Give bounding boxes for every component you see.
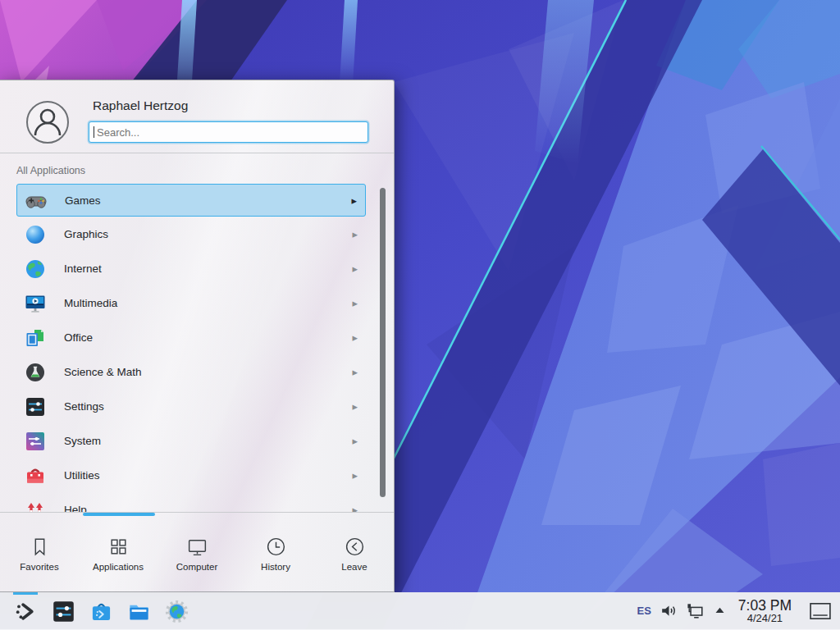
section-label: All Applications <box>16 165 85 176</box>
chevron-right-icon: ▸ <box>352 322 358 354</box>
application-launcher-menu: Raphael Hertzog All Applications <box>0 80 395 592</box>
games-icon <box>25 190 47 212</box>
utilities-icon <box>25 465 46 486</box>
office-icon <box>25 327 46 349</box>
chevron-right-icon: ▸ <box>352 459 358 492</box>
science-icon <box>25 362 46 383</box>
tab-leave[interactable]: Leave <box>315 516 394 591</box>
chevron-right-icon: ▸ <box>352 287 358 320</box>
category-label: Science & Math <box>64 356 142 389</box>
system-settings-icon <box>52 600 75 623</box>
category-label: Internet <box>64 253 102 285</box>
file-manager-icon <box>127 600 151 623</box>
volume-icon[interactable] <box>660 602 678 619</box>
settings-icon <box>25 396 46 418</box>
system-settings-task-button[interactable] <box>44 592 82 630</box>
tab-label: Computer <box>176 562 218 572</box>
launcher-tabbar: Favorites Applications C <box>0 516 394 591</box>
category-games[interactable]: Games ▸ <box>16 184 366 217</box>
tab-applications[interactable]: Applications <box>79 516 158 591</box>
applications-icon <box>107 536 130 558</box>
network-icon[interactable] <box>687 602 705 620</box>
system-icon <box>25 431 46 452</box>
clock-date: 4/24/21 <box>738 613 792 624</box>
digital-clock[interactable]: 7:03 PM 4/24/21 <box>738 598 792 624</box>
taskbar-panel: ES 7:03 <box>0 592 840 630</box>
multimedia-icon <box>25 293 46 314</box>
chevron-right-icon: ▸ <box>352 390 358 423</box>
user-icon <box>28 103 67 142</box>
category-label: Multimedia <box>64 287 117 320</box>
category-settings[interactable]: Settings ▸ <box>16 390 366 423</box>
discover-icon <box>89 600 113 623</box>
graphics-icon <box>25 224 46 245</box>
tab-favorites[interactable]: Favorites <box>0 516 79 591</box>
category-office[interactable]: Office ▸ <box>16 322 366 354</box>
desktop: Raphael Hertzog All Applications <box>0 0 840 630</box>
active-tab-indicator <box>83 513 155 516</box>
tabbar-divider <box>0 512 394 513</box>
web-browser-icon <box>165 600 189 623</box>
chevron-right-icon: ▸ <box>352 218 358 251</box>
category-multimedia[interactable]: Multimedia ▸ <box>16 287 366 320</box>
expand-tray-icon[interactable] <box>714 605 726 617</box>
tab-label: Leave <box>341 562 367 572</box>
search-input[interactable] <box>89 121 368 143</box>
show-desktop-icon <box>809 602 832 620</box>
clock-time: 7:03 PM <box>738 598 792 613</box>
category-internet[interactable]: Internet ▸ <box>16 253 366 285</box>
show-desktop-button[interactable] <box>809 602 832 620</box>
chevron-right-icon: ▸ <box>352 253 358 285</box>
help-icon <box>25 500 46 512</box>
category-utilities[interactable]: Utilities ▸ <box>16 459 366 492</box>
chevron-right-icon: ▸ <box>352 356 358 389</box>
user-avatar[interactable] <box>26 101 69 144</box>
system-tray: ES 7:03 <box>637 598 832 624</box>
category-label: Games <box>65 185 101 217</box>
category-graphics[interactable]: Graphics ▸ <box>16 218 366 251</box>
file-manager-task-button[interactable] <box>120 592 158 630</box>
category-label: Help <box>64 494 87 512</box>
kickoff-launcher-button[interactable] <box>7 592 44 630</box>
category-list: Games ▸ Graphics ▸ <box>16 184 366 512</box>
tab-label: Applications <box>93 562 144 572</box>
history-icon <box>265 536 287 558</box>
category-help[interactable]: Help ▸ <box>16 494 366 512</box>
category-system[interactable]: System ▸ <box>16 425 366 458</box>
category-label: Settings <box>64 390 104 423</box>
header-divider <box>0 153 394 153</box>
category-label: Utilities <box>64 459 100 492</box>
discover-task-button[interactable] <box>82 592 120 630</box>
category-science-math[interactable]: Science & Math ▸ <box>16 356 366 389</box>
user-name: Raphael Hertzog <box>93 98 188 113</box>
text-caret <box>94 126 94 138</box>
internet-icon <box>25 258 46 280</box>
chevron-right-icon: ▸ <box>352 425 358 458</box>
computer-icon <box>186 536 208 558</box>
kickoff-launcher-icon <box>14 600 38 623</box>
category-label: Office <box>64 322 93 354</box>
category-label: Graphics <box>64 218 108 251</box>
web-browser-task-button[interactable] <box>158 592 195 630</box>
tab-label: Favorites <box>20 562 58 572</box>
launcher-active-indicator <box>13 592 38 595</box>
leave-icon <box>344 536 366 558</box>
tab-history[interactable]: History <box>236 516 315 591</box>
tab-label: History <box>261 562 290 572</box>
chevron-right-icon: ▸ <box>352 494 358 512</box>
list-scrollbar[interactable] <box>380 188 386 497</box>
keyboard-layout-indicator[interactable]: ES <box>637 605 651 617</box>
tab-computer[interactable]: Computer <box>158 516 236 591</box>
favorites-icon <box>29 536 51 558</box>
chevron-right-icon: ▸ <box>351 185 357 217</box>
category-label: System <box>64 425 101 458</box>
